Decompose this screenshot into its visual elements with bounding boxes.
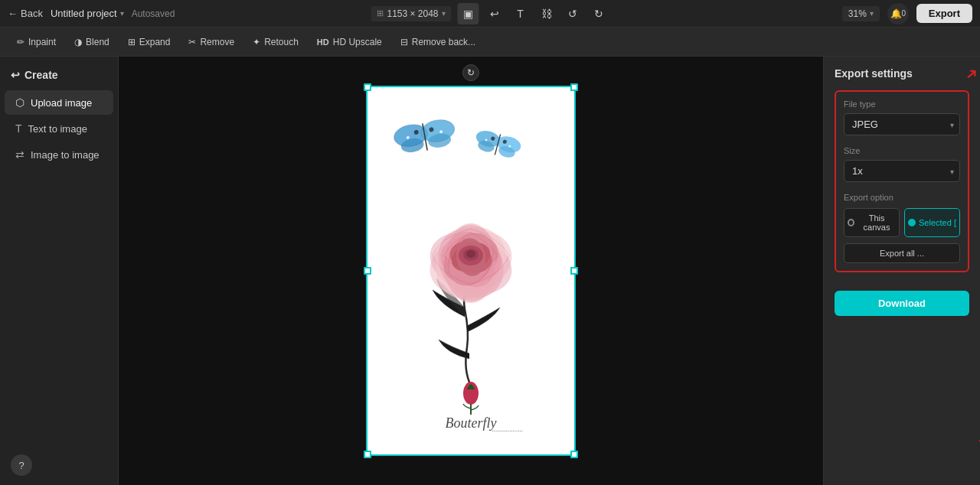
canvas-dimensions[interactable]: ⊞ 1153 × 2048 ▾ bbox=[371, 6, 451, 21]
sidebar-item-text-to-image[interactable]: T Text to image bbox=[5, 116, 113, 141]
redo-btn[interactable]: ↻ bbox=[588, 3, 609, 24]
file-type-select[interactable]: JPEG PNG WEBP bbox=[844, 113, 960, 135]
sidebar-header: ↩ Create bbox=[0, 64, 118, 89]
link-tool-btn[interactable]: ⛓ bbox=[536, 3, 557, 24]
remove-back-tool[interactable]: ⊟ Remove back... bbox=[393, 34, 483, 50]
file-type-label: File type bbox=[844, 99, 960, 109]
export-option-label: Export option bbox=[844, 193, 960, 202]
help-button[interactable]: ? bbox=[11, 454, 32, 476]
size-select[interactable]: 1x 2x 4x bbox=[844, 160, 960, 182]
arrow-to-export: ➜ bbox=[961, 62, 980, 84]
retouch-tool[interactable]: ✦ Retouch bbox=[245, 34, 306, 50]
illustration-svg: Bouterfly .................. bbox=[379, 95, 563, 447]
retouch-icon: ✦ bbox=[253, 37, 260, 47]
blend-icon: ◑ bbox=[74, 37, 82, 47]
size-label: Size bbox=[844, 146, 960, 155]
download-btn[interactable]: Download bbox=[835, 291, 969, 316]
sidebar: ↩ Create ⬡ Upload image T Text to image … bbox=[0, 57, 119, 485]
inpaint-tool[interactable]: ✏ Inpaint bbox=[9, 34, 64, 50]
handle-top-left[interactable] bbox=[364, 83, 371, 91]
hd-upscale-tool[interactable]: HD HD Upscale bbox=[309, 34, 390, 50]
create-icon: ↩ bbox=[11, 69, 20, 81]
canvas-wrapper: ↻ bbox=[368, 87, 574, 454]
upload-icon: ⬡ bbox=[15, 96, 24, 109]
svg-point-39 bbox=[466, 250, 475, 258]
export-panel: Export settings ➜ File type JPEG PNG WEB… bbox=[823, 57, 980, 485]
back-label: Back bbox=[21, 8, 43, 19]
blend-tool[interactable]: ◑ Blend bbox=[67, 34, 117, 50]
handle-middle-left[interactable] bbox=[364, 267, 371, 275]
inpaint-icon: ✏ bbox=[17, 37, 24, 47]
arrow-to-download: ➜ bbox=[975, 428, 980, 450]
svg-text:..................: .................. bbox=[492, 425, 524, 433]
export-all-btn[interactable]: Export all ... bbox=[844, 243, 960, 263]
text-tool-btn[interactable]: T bbox=[510, 3, 531, 24]
file-type-wrapper: JPEG PNG WEBP ▾ bbox=[844, 113, 960, 135]
remove-icon: ✂ bbox=[188, 37, 196, 47]
select-tool-btn[interactable]: ▣ bbox=[458, 3, 479, 24]
autosaved-status: Autosaved bbox=[132, 8, 175, 19]
expand-icon: ⊞ bbox=[128, 37, 136, 47]
export-option-row: This canvas Selected [ bbox=[844, 208, 960, 237]
canvas-area[interactable]: ↻ bbox=[119, 57, 823, 485]
image-transfer-icon: ⇄ bbox=[15, 148, 24, 161]
toolbar: ✏ Inpaint ◑ Blend ⊞ Expand ✂ Remove ✦ Re… bbox=[0, 28, 980, 57]
selected-radio bbox=[908, 219, 916, 226]
topbar-right: 31% ▾ 🔔 0 Export bbox=[842, 3, 972, 24]
text-icon: T bbox=[15, 122, 22, 135]
export-panel-title: Export settings bbox=[835, 67, 969, 80]
hd-icon: HD bbox=[317, 37, 329, 47]
main-area: ↩ Create ⬡ Upload image T Text to image … bbox=[0, 57, 980, 485]
undo2-btn[interactable]: ↺ bbox=[562, 3, 583, 24]
handle-bottom-left[interactable] bbox=[364, 451, 371, 458]
export-button[interactable]: Export bbox=[916, 4, 972, 23]
topbar: ← Back Untitled project ▾ Autosaved ⊞ 11… bbox=[0, 0, 980, 28]
rotate-handle[interactable]: ↻ bbox=[462, 64, 479, 81]
size-wrapper: 1x 2x 4x ▾ bbox=[844, 160, 960, 182]
back-button[interactable]: ← Back bbox=[8, 8, 43, 19]
this-canvas-btn[interactable]: This canvas bbox=[844, 208, 900, 237]
remove-tool[interactable]: ✂ Remove bbox=[181, 34, 242, 50]
topbar-tools: ▣ ↩ T ⛓ ↺ ↻ bbox=[458, 3, 609, 24]
svg-text:Bouterfly: Bouterfly bbox=[446, 415, 497, 431]
handle-bottom-right[interactable] bbox=[570, 451, 578, 458]
undo-btn[interactable]: ↩ bbox=[484, 3, 505, 24]
chevron-down-icon: ▾ bbox=[120, 9, 124, 18]
zoom-control[interactable]: 31% ▾ bbox=[842, 6, 880, 21]
topbar-center: ⊞ 1153 × 2048 ▾ ▣ ↩ T ⛓ ↺ ↻ bbox=[371, 3, 609, 24]
back-arrow-icon: ← bbox=[8, 8, 18, 19]
project-name[interactable]: Untitled project ▾ bbox=[51, 8, 124, 19]
canvas-image: Bouterfly .................. bbox=[368, 87, 574, 454]
sidebar-item-upload[interactable]: ⬡ Upload image bbox=[5, 90, 113, 115]
sidebar-item-image-to-image[interactable]: ⇄ Image to image bbox=[5, 142, 113, 167]
selected-layer-btn[interactable]: Selected [ bbox=[904, 208, 960, 237]
notification-button[interactable]: 🔔 0 bbox=[887, 3, 909, 24]
remove-back-icon: ⊟ bbox=[400, 37, 408, 47]
this-canvas-radio bbox=[848, 219, 854, 226]
handle-top-right[interactable] bbox=[570, 83, 578, 91]
handle-middle-right[interactable] bbox=[570, 267, 578, 275]
expand-tool[interactable]: ⊞ Expand bbox=[120, 34, 178, 50]
